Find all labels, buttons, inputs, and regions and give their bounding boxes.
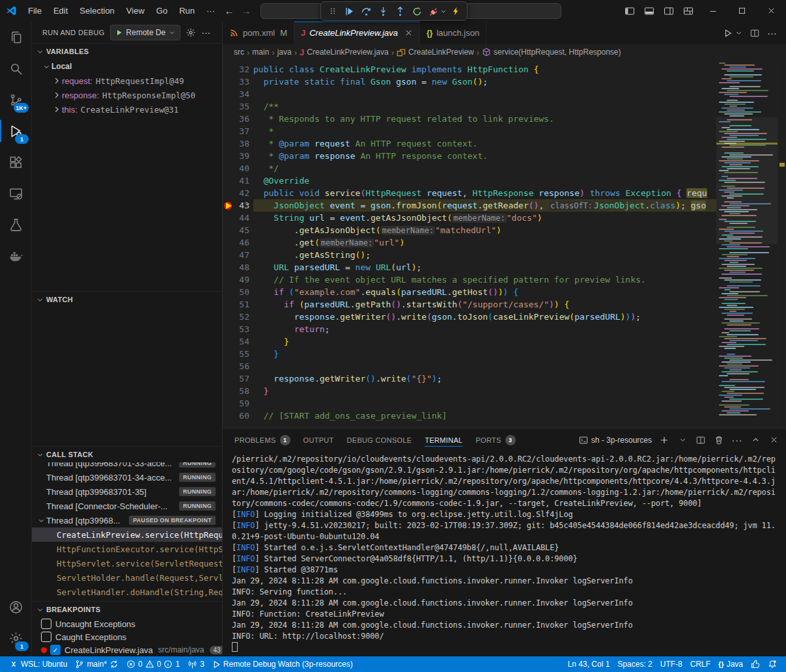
activitybar-extensions[interactable]	[0, 147, 31, 178]
stack-frame-row[interactable]: ServletHolder.handle(Request,Servlet	[32, 570, 222, 585]
status-indentation[interactable]: Spaces: 2	[613, 656, 656, 672]
activitybar-run-and-debug[interactable]: 1	[0, 115, 31, 147]
line-number[interactable]: 41	[223, 175, 253, 187]
code-line[interactable]: 50 if ("example.com".equals(parsedURL.ge…	[223, 286, 716, 298]
menu-run[interactable]: Run	[173, 0, 201, 21]
line-number[interactable]: 42	[223, 187, 253, 199]
code-editor[interactable]: 32public class CreateLinkPreview impleme…	[223, 60, 786, 428]
line-number[interactable]: 59	[223, 397, 253, 410]
layout-sidebar-left-button[interactable]	[620, 0, 639, 21]
code-line[interactable]: 39 * @param response An HTTP response co…	[223, 150, 716, 162]
line-number[interactable]: 46	[223, 236, 253, 249]
line-number[interactable]: 47	[223, 249, 253, 261]
code-line[interactable]: 49 // If the event object URL matches a …	[223, 273, 716, 286]
code-line[interactable]: 40 */	[223, 162, 716, 175]
minimize-button[interactable]	[698, 0, 727, 21]
step-out-button[interactable]	[392, 3, 408, 19]
menu-view[interactable]: View	[120, 0, 150, 21]
code-line[interactable]: 43 JsonObject event = gson.fromJson(requ…	[223, 199, 716, 212]
breadcrumb-item[interactable]: service(HttpRequest, HttpResponse)	[482, 48, 621, 57]
drag-grip-button[interactable]	[324, 3, 341, 19]
code-line[interactable]: 35 /**	[223, 100, 716, 113]
code-line[interactable]: 41 @Override	[223, 175, 716, 187]
activitybar-settings[interactable]: 1	[0, 623, 31, 654]
code-line[interactable]: 44 String url = event.getAsJsonObject(me…	[223, 212, 716, 224]
breakpoint-row-0[interactable]: Uncaught Exceptions	[32, 617, 222, 630]
status-eol[interactable]: CRLF	[686, 656, 714, 672]
variable-row-response[interactable]: response:HttpResponseImpl@50	[32, 88, 222, 102]
variables-scope-local[interactable]: Local	[32, 59, 222, 74]
nav-forward-arrow[interactable]: →	[238, 0, 255, 21]
minimap-slider[interactable]	[716, 117, 778, 244]
status-git-branch[interactable]: main*	[71, 656, 122, 672]
code-line[interactable]: 57 response.getWriter().write("{}");	[223, 372, 716, 385]
code-line[interactable]: 33 private static final Gson gson = new …	[223, 76, 716, 88]
breakpoints-header[interactable]: BREAKPOINTS	[32, 601, 222, 617]
panel-tab-ports[interactable]: PORTS3	[469, 428, 522, 451]
panel-tab-problems[interactable]: PROBLEMS1	[228, 428, 297, 451]
line-number[interactable]: 58	[223, 385, 253, 397]
code-line[interactable]: 60 // [START add_ons_case_preview_link]	[223, 410, 716, 422]
line-number[interactable]: 60	[223, 410, 253, 422]
code-line[interactable]: 32public class CreateLinkPreview impleme…	[223, 63, 716, 76]
tab-pom.xml[interactable]: pom.xmlM	[223, 21, 294, 44]
plus-icon[interactable]	[658, 434, 670, 446]
chevron-up-icon[interactable]	[750, 434, 761, 446]
activitybar-docker[interactable]	[0, 240, 31, 272]
line-number[interactable]: 56	[223, 360, 253, 372]
menu-edit[interactable]: Edit	[48, 0, 74, 21]
close-icon[interactable]	[768, 434, 779, 446]
chevron-down-icon[interactable]	[677, 434, 688, 446]
stack-frame-row[interactable]: CreateLinkPreview.service(HttpReques	[32, 527, 222, 542]
breakpoint-checkbox[interactable]	[41, 632, 51, 642]
maximize-button[interactable]	[727, 0, 757, 21]
code-line[interactable]: 47 .getAsString();	[223, 249, 716, 261]
line-number[interactable]: 53	[223, 323, 253, 335]
breakpoint-row-2[interactable]: ✓CreateLinkPreview.javasrc/main/java43	[32, 643, 222, 656]
code-line[interactable]: 58 }	[223, 385, 716, 397]
stack-frame-row[interactable]: HttpServlet.service(ServletRequest,S	[32, 556, 222, 570]
status-debug-session[interactable]: Remote Debug Watch (3p-resources)	[208, 656, 357, 672]
thread-row[interactable]: Thread [qtp399683701-34-acce...RUNNING	[32, 470, 222, 484]
thread-row[interactable]: Thread [qtp39968...PAUSED ON BREAKPOINT	[32, 513, 222, 527]
activitybar-accounts[interactable]	[0, 591, 31, 623]
breadcrumb-item[interactable]: main	[252, 48, 269, 57]
stack-frame-row[interactable]: ServletHandler.doHandle(String,Reque	[32, 585, 222, 599]
line-number[interactable]: 57	[223, 372, 253, 385]
code-line[interactable]: 36 * Responds to any HTTP request relate…	[223, 113, 716, 125]
code-line[interactable]: 34	[223, 88, 716, 100]
variables-header[interactable]: VARIABLES	[32, 43, 222, 59]
code-line[interactable]: 51 if (parsedURL.getPath().startsWith("/…	[223, 298, 716, 311]
breadcrumb-item[interactable]: java	[277, 48, 292, 57]
more-actions-icon[interactable]: ···	[731, 434, 743, 446]
line-number[interactable]: 50	[223, 286, 253, 298]
stack-frame-row[interactable]: HttpFunctionExecutor.service(HttpSer	[32, 542, 222, 556]
step-into-button[interactable]	[375, 3, 391, 19]
hot-code-replace-button[interactable]	[447, 3, 464, 19]
breakpoint-checkbox[interactable]: ✓	[50, 645, 61, 655]
panel-tab-output[interactable]: OUTPUT	[297, 428, 341, 451]
line-number[interactable]: 39	[223, 150, 253, 162]
panel-tab-debug-console[interactable]: DEBUG CONSOLE	[341, 428, 419, 451]
breadcrumb-item[interactable]: JCreateLinkPreview.java	[300, 48, 389, 57]
code-line[interactable]: 46 .get(memberName:"url")	[223, 236, 716, 249]
code-line[interactable]: 38 * @param request An HTTP request cont…	[223, 137, 716, 150]
line-number[interactable]: 37	[223, 125, 253, 137]
thread-row[interactable]: Thread [Connector-Scheduler-...RUNNING	[32, 499, 222, 513]
terminal-output[interactable]: /pierrick/.m2/repository/io/cloudevents/…	[223, 451, 786, 656]
close-icon[interactable]	[404, 29, 413, 37]
run-java-button[interactable]	[723, 29, 733, 38]
code-line[interactable]: 56	[223, 360, 716, 372]
line-number[interactable]: 34	[223, 88, 253, 100]
split-editor-button[interactable]	[750, 29, 759, 38]
line-number[interactable]: 38	[223, 137, 253, 150]
activitybar-source-control[interactable]: 1K+	[0, 84, 31, 115]
status-remote-indicator[interactable]: WSL: Ubuntu	[5, 656, 71, 672]
line-number[interactable]: 49	[223, 273, 253, 286]
status-encoding[interactable]: UTF-8	[656, 656, 686, 672]
line-number[interactable]: 48	[223, 261, 253, 273]
watch-header[interactable]: WATCH	[32, 291, 222, 307]
chevron-down-icon[interactable]	[735, 29, 742, 36]
tab-CreateLinkPreview.java[interactable]: JCreateLinkPreview.java	[294, 21, 420, 44]
breadcrumb-item[interactable]: CreateLinkPreview	[397, 48, 474, 57]
